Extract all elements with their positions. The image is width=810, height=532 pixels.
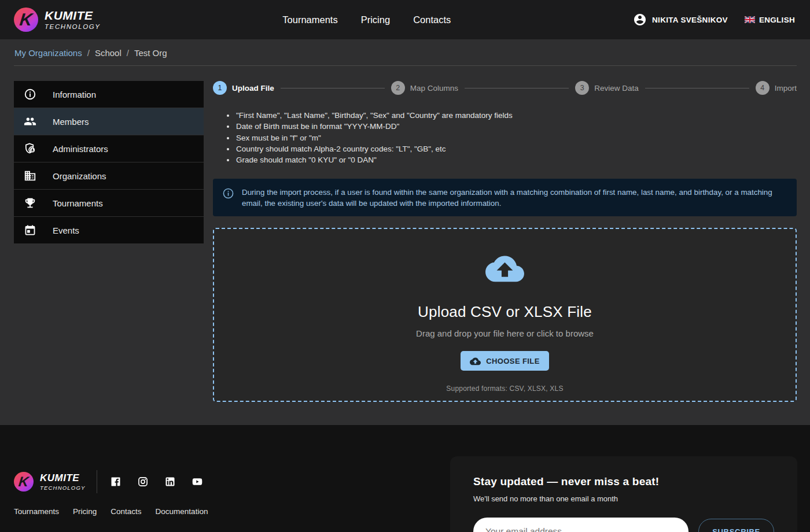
sidebar-item-label: Organizations [53, 171, 106, 181]
import-info-banner: During the import process, if a user is … [213, 179, 797, 216]
breadcrumb-school[interactable]: School [95, 48, 122, 58]
facebook-icon [110, 476, 122, 487]
instagram-icon [137, 476, 149, 487]
step-number: 4 [756, 81, 770, 95]
building-icon [24, 169, 36, 182]
step-number: 1 [213, 81, 227, 95]
sidebar-item-label: Tournaments [53, 198, 103, 208]
main-area: Information Members Administrators Organ… [0, 66, 810, 425]
kumite-logo-icon: K [14, 8, 38, 32]
kumite-logo-icon: K [14, 472, 34, 492]
info-icon [24, 88, 36, 101]
dropzone-title: Upload CSV or XLSX File [418, 303, 592, 321]
sidebar-item-administrators[interactable]: Administrators [14, 135, 204, 162]
sidebar-item-information[interactable]: Information [14, 81, 204, 108]
step-map-columns: 2 Map Columns [391, 81, 458, 95]
page-footer: K KUMITE TECHNOLOGY Tournaments Pricing [0, 425, 810, 532]
footer-link-tournaments[interactable]: Tournaments [14, 507, 59, 516]
step-label: Import [775, 84, 797, 93]
newsletter-title: Stay updated — never miss a beat! [473, 475, 774, 488]
subscribe-button[interactable]: SUBSCRIBE [698, 519, 774, 532]
social-links [110, 476, 203, 487]
rule-item: Sex must be in "f" or "m" [235, 132, 797, 143]
main-nav: Tournaments Pricing Contacts [101, 14, 634, 25]
brand-title: KUMITE [40, 473, 86, 483]
user-name[interactable]: NIKITA SVEŠNIKOV [652, 16, 728, 24]
footer-link-pricing[interactable]: Pricing [73, 507, 97, 516]
logo-letter: K [19, 11, 34, 28]
sidebar-item-tournaments[interactable]: Tournaments [14, 190, 204, 216]
step-label: Upload File [232, 84, 274, 93]
step-review-data: 3 Review Data [575, 81, 639, 95]
admin-shield-icon [24, 142, 36, 155]
file-dropzone[interactable]: Upload CSV or XLSX File Drag and drop yo… [213, 228, 797, 402]
facebook-link[interactable] [110, 476, 122, 487]
sidebar-item-organizations[interactable]: Organizations [14, 162, 204, 189]
sidebar-item-label: Members [53, 117, 89, 127]
step-connector [645, 88, 749, 88]
sidebar-item-label: Administrators [53, 144, 108, 154]
import-wizard: 1 Upload File 2 Map Columns 3 Review Dat… [213, 81, 797, 402]
step-label: Map Columns [410, 84, 458, 93]
brand-title: KUMITE [45, 9, 101, 22]
cloud-upload-icon [470, 356, 481, 367]
breadcrumb: My Organizations / School / Test Org [14, 39, 797, 66]
import-rules-list: "First Name", "Last Name", "Birthday", "… [213, 110, 797, 165]
step-import: 4 Import [756, 81, 797, 95]
logo-letter: K [18, 475, 30, 489]
footer-divider [97, 470, 97, 493]
step-connector [281, 88, 385, 88]
info-icon [222, 187, 234, 200]
instagram-link[interactable] [137, 476, 149, 487]
breadcrumb-separator: / [87, 48, 90, 58]
user-avatar-icon[interactable] [633, 13, 647, 27]
breadcrumb-my-organizations[interactable]: My Organizations [14, 48, 82, 58]
newsletter-subtitle: We'll send no more than one email a mont… [473, 494, 774, 503]
supported-formats: Supported formats: CSV, XLSX, XLS [446, 385, 563, 393]
rule-item: Date of Birth must be in format "YYYY-MM… [235, 121, 797, 132]
rule-item: "First Name", "Last Name", "Birthday", "… [235, 110, 797, 121]
breadcrumb-separator: / [127, 48, 129, 58]
sidebar-item-events[interactable]: Events [14, 217, 204, 243]
brand-logo[interactable]: K KUMITE TECHNOLOGY [14, 8, 101, 32]
members-icon [24, 115, 36, 128]
newsletter-card: Stay updated — never miss a beat! We'll … [450, 456, 797, 532]
step-label: Review Data [594, 84, 639, 93]
choose-file-button[interactable]: CHOOSE FILE [461, 351, 549, 371]
nav-pricing[interactable]: Pricing [361, 14, 390, 25]
trophy-icon [24, 197, 36, 209]
breadcrumb-current: Test Org [134, 48, 167, 58]
language-switcher[interactable]: ENGLISH [745, 16, 795, 24]
brand-subtitle: TECHNOLOGY [40, 485, 86, 491]
import-stepper: 1 Upload File 2 Map Columns 3 Review Dat… [213, 81, 797, 95]
cloud-upload-icon [485, 253, 524, 283]
user-area: NIKITA SVEŠNIKOV ENGLISH [633, 13, 795, 27]
email-input[interactable] [473, 518, 689, 532]
calendar-icon [24, 224, 36, 237]
step-upload-file: 1 Upload File [213, 81, 274, 95]
top-navbar: K KUMITE TECHNOLOGY Tournaments Pricing … [0, 0, 810, 39]
step-number: 2 [391, 81, 405, 95]
nav-tournaments[interactable]: Tournaments [282, 14, 337, 25]
dropzone-subtitle: Drag and drop your file here or click to… [416, 328, 594, 338]
footer-logo[interactable]: K KUMITE TECHNOLOGY [14, 472, 86, 492]
language-label: ENGLISH [759, 16, 795, 24]
footer-link-contacts[interactable]: Contacts [111, 507, 141, 516]
rule-item: Grade should match "0 KYU" or "0 DAN" [235, 154, 797, 165]
step-number: 3 [575, 81, 589, 95]
brand-subtitle: TECHNOLOGY [45, 23, 101, 30]
sidebar-item-label: Information [53, 90, 96, 99]
step-connector [465, 88, 569, 88]
nav-contacts[interactable]: Contacts [413, 14, 451, 25]
footer-link-documentation[interactable]: Documentation [156, 507, 208, 516]
org-sidebar: Information Members Administrators Organ… [14, 81, 204, 243]
youtube-link[interactable] [192, 476, 203, 487]
uk-flag-icon [745, 16, 755, 23]
info-banner-text: During the import process, if a user is … [242, 186, 786, 209]
youtube-icon [192, 476, 203, 487]
rule-item: Country should match Alpha-2 country cod… [235, 143, 797, 154]
linkedin-link[interactable] [164, 476, 176, 487]
sidebar-item-label: Events [53, 226, 79, 235]
linkedin-icon [164, 476, 176, 487]
sidebar-item-members[interactable]: Members [14, 108, 204, 135]
